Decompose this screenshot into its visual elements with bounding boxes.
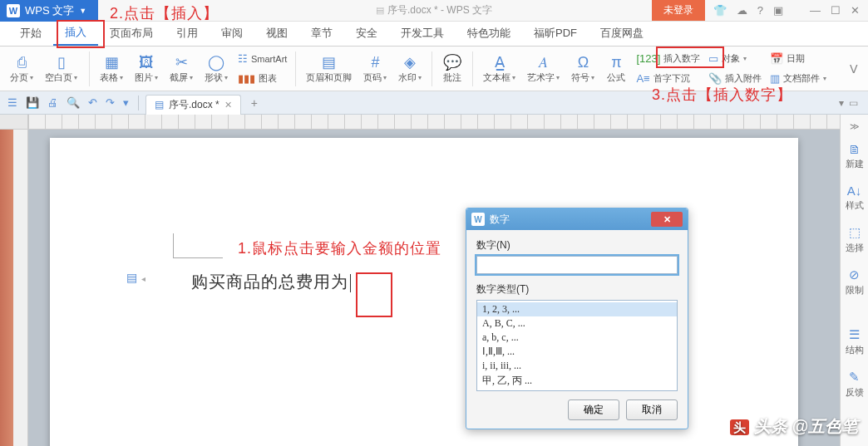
list-item[interactable]: 甲, 乙, 丙 ... (477, 373, 677, 389)
shirt-icon[interactable]: 👕 (713, 4, 727, 17)
text-box-button[interactable]: A̲文本框▾ (478, 49, 520, 89)
document-tab[interactable]: ▤ 序号.docx * ✕ (145, 95, 241, 115)
comment-icon: 💬 (443, 53, 461, 71)
wordart-button[interactable]: 𝐴艺术字▾ (522, 49, 565, 89)
text-box-icon: A̲ (495, 53, 505, 71)
watermark-button[interactable]: ◈水印▾ (393, 49, 427, 89)
doc-parts-icon: ▥ (770, 72, 780, 85)
watermark-icon: ◈ (404, 53, 416, 71)
object-button[interactable]: ▭对象▾ (705, 50, 765, 68)
sidebar-select[interactable]: ⬚选择 (841, 218, 868, 261)
screenshot-button[interactable]: ✂截屏▾ (165, 49, 198, 89)
menu-references[interactable]: 引用 (165, 21, 210, 46)
close-tab-icon[interactable]: ✕ (224, 100, 232, 110)
close-button[interactable]: ✕ (851, 4, 860, 17)
page-break-button[interactable]: ⎙分页▾ (5, 49, 38, 89)
type-field-label: 数字类型(T) (476, 282, 678, 297)
quick-access-row: ☰ 💾 🖨 🔍 ↶ ↷ ▾ ▤ 序号.docx * ✕ + ▾ ▭ (0, 91, 868, 115)
collapse-ribbon-button[interactable]: ᐯ (843, 62, 865, 76)
horizontal-ruler[interactable] (28, 115, 868, 129)
menu-view[interactable]: 视图 (254, 21, 299, 46)
list-item[interactable]: A, B, C, ... (477, 316, 677, 331)
menu-bar: 开始 插入 页面布局 引用 审阅 视图 章节 安全 开发工具 特色功能 福昕PD… (0, 22, 868, 47)
list-item[interactable]: a, b, c, ... (477, 331, 677, 345)
undo-icon[interactable]: ↶ (86, 96, 100, 109)
date-button[interactable]: 📅日期 (767, 50, 830, 68)
menu-foxit-pdf[interactable]: 福昕PDF (522, 21, 589, 46)
sidebar-limit[interactable]: ⊘限制 (841, 261, 868, 303)
cancel-button[interactable]: 取消 (626, 399, 678, 420)
help-icon[interactable]: ? (757, 4, 763, 17)
new-tab-button[interactable]: + (244, 96, 264, 110)
restore-icon[interactable]: ▣ (773, 4, 783, 17)
insert-number-button[interactable]: [123]插入数字 (633, 50, 703, 68)
menu-section[interactable]: 章节 (299, 21, 344, 46)
sidebar-style[interactable]: A↓样式 (841, 177, 868, 218)
dialog-title: 数字 (490, 213, 510, 227)
menu-page-layout[interactable]: 页面布局 (98, 21, 165, 46)
titlebar: W WPS 文字 ▼ ▤ 序号.docx * - WPS 文字 未登录 👕 ☁ … (0, 0, 868, 22)
picture-button[interactable]: 🖼图片▾ (130, 49, 163, 89)
paragraph-nav-icon[interactable]: ▤ (126, 271, 137, 284)
page-number-button[interactable]: #页码▾ (358, 49, 392, 89)
dialog-titlebar[interactable]: W 数字 ✕ (466, 208, 688, 230)
shape-icon: ◯ (208, 53, 224, 71)
doc-parts-button[interactable]: ▥文档部件▾ (767, 70, 830, 88)
tab-list-icon[interactable]: ▾ (839, 97, 844, 109)
right-sidebar: ≫ 🗎新建 A↓样式 ⬚选择 ⊘限制 ☰结构 ✎反馈 (840, 115, 868, 446)
new-icon: 🗎 (848, 142, 861, 156)
wechat-icon[interactable]: ☁ (737, 4, 747, 17)
vertical-ruler[interactable] (13, 130, 28, 446)
menu-baidu-disk[interactable]: 百度网盘 (589, 21, 655, 46)
header-footer-button[interactable]: ▤页眉和页脚 (301, 49, 357, 89)
preview-icon[interactable]: 🔍 (64, 96, 82, 109)
table-button[interactable]: ▦表格▾ (95, 49, 128, 89)
menu-start[interactable]: 开始 (8, 21, 53, 46)
smartart-button[interactable]: ☷SmartArt (234, 50, 290, 68)
blank-page-button[interactable]: ▯空白页▾ (40, 49, 82, 89)
save-icon[interactable]: 💾 (23, 96, 42, 109)
sidebar-structure[interactable]: ☰结构 (841, 321, 868, 363)
number-type-list[interactable]: 1, 2, 3, ... A, B, C, ... a, b, c, ... Ⅰ… (476, 300, 678, 391)
list-item[interactable]: Ⅰ,Ⅱ,Ⅲ, ... (477, 345, 677, 359)
dialog-close-button[interactable]: ✕ (651, 212, 683, 227)
print-icon[interactable]: 🖨 (45, 96, 61, 109)
symbol-button[interactable]: Ω符号▾ (566, 49, 599, 89)
smartart-icon: ☷ (238, 52, 248, 65)
menu-security[interactable]: 安全 (344, 21, 389, 46)
attachment-button[interactable]: 📎插入附件 (705, 70, 765, 88)
qat-more-icon[interactable]: ▾ (121, 96, 131, 109)
equation-button[interactable]: π公式 (601, 49, 631, 89)
menu-insert[interactable]: 插入 (53, 21, 98, 46)
picture-icon: 🖼 (139, 53, 154, 71)
chart-button[interactable]: ▮▮▮图表 (234, 70, 290, 88)
login-button[interactable]: 未登录 (652, 0, 705, 21)
sidebar-collapse-icon[interactable]: ≫ (846, 118, 863, 135)
menu-features[interactable]: 特色功能 (456, 21, 522, 46)
shape-button[interactable]: ◯形状▾ (200, 49, 233, 89)
maximize-button[interactable]: ☐ (831, 4, 841, 17)
window-title: ▤ 序号.docx * - WPS 文字 (376, 3, 492, 17)
page-break-icon: ⎙ (17, 53, 27, 71)
left-gutter (0, 130, 13, 446)
number-input[interactable] (476, 256, 678, 274)
menu-review[interactable]: 审阅 (210, 21, 254, 46)
comment-button[interactable]: 💬批注 (437, 49, 467, 89)
sidebar-feedback[interactable]: ✎反馈 (841, 363, 868, 405)
home-icon[interactable]: ☰ (5, 96, 20, 109)
window-split-icon[interactable]: ▭ (849, 97, 858, 109)
ok-button[interactable]: 确定 (568, 399, 619, 420)
list-item[interactable]: i, ii, iii, ... (477, 359, 677, 373)
sidebar-new[interactable]: 🗎新建 (841, 135, 868, 177)
drop-cap-button[interactable]: A≡首字下沉 (633, 70, 703, 88)
menu-devtools[interactable]: 开发工具 (389, 21, 456, 46)
list-item[interactable]: 1, 2, 3, ... (477, 302, 677, 316)
ribbon: ⎙分页▾ ▯空白页▾ ▦表格▾ 🖼图片▾ ✂截屏▾ ◯形状▾ ☷SmartArt… (0, 47, 868, 91)
equation-icon: π (611, 53, 621, 71)
date-icon: 📅 (770, 52, 783, 65)
document-text[interactable]: 购买商品的总费用为 (191, 271, 351, 293)
redo-icon[interactable]: ↷ (103, 96, 117, 109)
margin-mark (173, 233, 223, 258)
minimize-button[interactable]: — (810, 4, 821, 17)
app-menu-button[interactable]: W WPS 文字 ▼ (0, 0, 98, 22)
